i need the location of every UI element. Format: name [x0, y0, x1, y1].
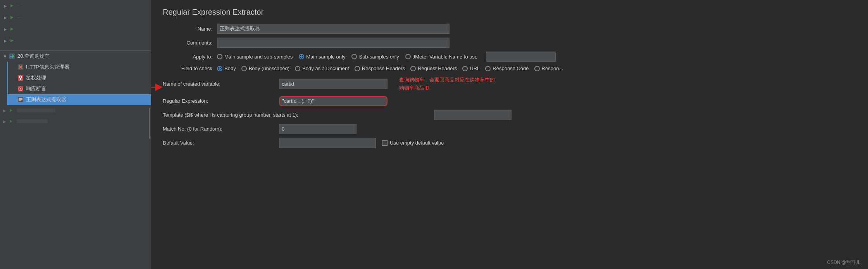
sidebar-item-blur-3[interactable]: [0, 23, 151, 35]
radio-url[interactable]: URL: [462, 66, 480, 71]
triangle-icon-4: [4, 39, 7, 43]
radio-circle-body-doc: [295, 66, 300, 71]
radio-label-body: Body: [224, 66, 236, 71]
radio-response-headers[interactable]: Response Headers: [355, 66, 405, 71]
name-row: Name:: [163, 24, 856, 34]
http-header-label: HTTP信息头管理器: [26, 64, 69, 71]
var-name-input[interactable]: [279, 79, 388, 89]
regex-label: Regular Expression:: [163, 98, 279, 104]
name-label: Name:: [163, 26, 217, 32]
match-input[interactable]: [279, 124, 356, 134]
empty-default-checkbox-item[interactable]: Use empty default value: [382, 140, 444, 146]
regex-extractor-label: 正则表达式提取器: [26, 96, 66, 103]
default-input[interactable]: [279, 138, 376, 148]
radio-circle-url: [462, 66, 468, 71]
green-tri-icon-4: [9, 37, 16, 44]
radio-label-respon: Respon...: [542, 66, 563, 71]
sidebar-item-label-2: ···: [17, 15, 21, 20]
panel-title: Regular Expression Extractor: [163, 8, 856, 17]
blur-text-5: [17, 109, 55, 112]
regex-extractor-icon: [17, 96, 24, 103]
sidebar-item-blur-1[interactable]: ···: [0, 0, 151, 12]
red-arrow-svg: [151, 76, 163, 99]
sidebar-item-http-header[interactable]: HTTP信息头管理器: [8, 62, 151, 72]
response-assert-label: 响应断言: [26, 85, 46, 92]
name-input[interactable]: [217, 24, 450, 34]
radio-sub-only[interactable]: Sub-samples only: [351, 54, 399, 60]
sidebar-item-cart-parent[interactable]: 20.查询购物车: [0, 51, 151, 62]
main-content: Regular Expression Extractor Name: Comme…: [151, 0, 868, 269]
cart-parent-label: 20.查询购物车: [17, 53, 50, 60]
radio-main-and-sub[interactable]: Main sample and sub-samples: [217, 54, 293, 60]
radio-label-request-headers: Request Headers: [418, 66, 457, 71]
svg-marker-20: [10, 109, 13, 112]
template-input[interactable]: [434, 110, 512, 120]
radio-response-code[interactable]: Response Code: [485, 66, 529, 71]
empty-default-checkbox[interactable]: [382, 140, 388, 146]
radio-body-unescaped[interactable]: Body (unescaped): [241, 66, 290, 71]
match-label: Match No. (0 for Random):: [163, 126, 279, 132]
sidebar-blur-6[interactable]: [0, 116, 151, 127]
jmeter-var-input[interactable]: [486, 52, 556, 62]
watermark: CSDN @甜可儿: [827, 259, 860, 266]
radio-circle-jmeter-var: [405, 54, 411, 59]
pencil-icon: [9, 53, 16, 60]
radio-circle-body-unescaped: [241, 66, 247, 71]
radio-label-response-headers: Response Headers: [362, 66, 405, 71]
blur-text-6: [17, 119, 48, 123]
svg-marker-2: [10, 28, 14, 31]
auth-label: 鉴权处理: [26, 74, 46, 81]
green-tri-icon: [9, 2, 16, 9]
apply-to-label: Apply to:: [163, 54, 217, 60]
radio-main-only[interactable]: Main sample only: [299, 54, 345, 60]
default-label: Default Value:: [163, 140, 279, 146]
sidebar-top-blur: ··· ···: [0, 0, 151, 50]
radio-jmeter-var[interactable]: JMeter Variable Name to use: [405, 54, 477, 60]
comments-input[interactable]: [217, 38, 450, 48]
svg-point-15: [20, 88, 21, 90]
template-row: Template ($i$ where i is capturing group…: [163, 110, 856, 120]
radio-label-response-code: Response Code: [493, 66, 529, 71]
empty-default-label: Use empty default value: [390, 140, 444, 146]
annotation-text: 查询购物车，会返回商品对应在购物车中的购物车商品ID: [399, 76, 495, 92]
tri-6: [3, 119, 6, 124]
radio-label-body-unescaped: Body (unescaped): [249, 66, 290, 71]
radio-circle-main-only: [299, 54, 304, 59]
radio-body[interactable]: Body: [217, 66, 236, 71]
var-name-row: Name of created variable: 查询购物车，会返回商品对应在…: [163, 76, 856, 92]
sidebar-item-blur-2[interactable]: ···: [0, 12, 151, 23]
svg-marker-1: [10, 16, 14, 19]
field-check-label: Field to check: [163, 66, 217, 71]
default-row: Default Value: Use empty default value: [163, 138, 856, 148]
svg-marker-3: [10, 39, 14, 42]
radio-circle-sub-only: [351, 54, 357, 59]
green-tri-icon-3: [9, 26, 16, 33]
sidebar-item-auth[interactable]: 鉴权处理: [8, 72, 151, 83]
sidebar-blur-5[interactable]: [0, 105, 151, 116]
expand-icon: [3, 54, 7, 59]
radio-body-doc[interactable]: Body as a Document: [295, 66, 349, 71]
radio-label-main-and-sub: Main sample and sub-samples: [224, 54, 293, 60]
sidebar-scrollbar[interactable]: [149, 108, 150, 139]
sidebar: ··· ···: [0, 0, 151, 269]
sidebar-item-response-assert[interactable]: 响应断言: [8, 83, 151, 94]
tri-5: [3, 109, 6, 113]
sidebar-item-regex-extractor[interactable]: 正则表达式提取器: [8, 94, 151, 105]
triangle-icon: [4, 4, 7, 8]
radio-circle-main-and-sub: [217, 54, 222, 59]
regex-input[interactable]: [279, 96, 388, 106]
radio-circle-response-headers: [355, 66, 360, 71]
svg-rect-12: [20, 78, 21, 80]
comments-label: Comments:: [163, 40, 217, 46]
comments-row: Comments:: [163, 38, 856, 48]
icon-5: [8, 107, 15, 114]
radio-label-body-doc: Body as a Document: [302, 66, 349, 71]
radio-request-headers[interactable]: Request Headers: [410, 66, 457, 71]
radio-respon[interactable]: Respon...: [534, 66, 563, 71]
radio-label-jmeter-var: JMeter Variable Name to use: [413, 54, 477, 60]
triangle-icon-3: [4, 27, 7, 31]
sidebar-item-blur-4[interactable]: [0, 35, 151, 47]
auth-icon: [17, 74, 24, 81]
apply-to-radio-group: Main sample and sub-samples Main sample …: [217, 52, 556, 62]
sidebar-bottom-blur: [0, 105, 151, 127]
